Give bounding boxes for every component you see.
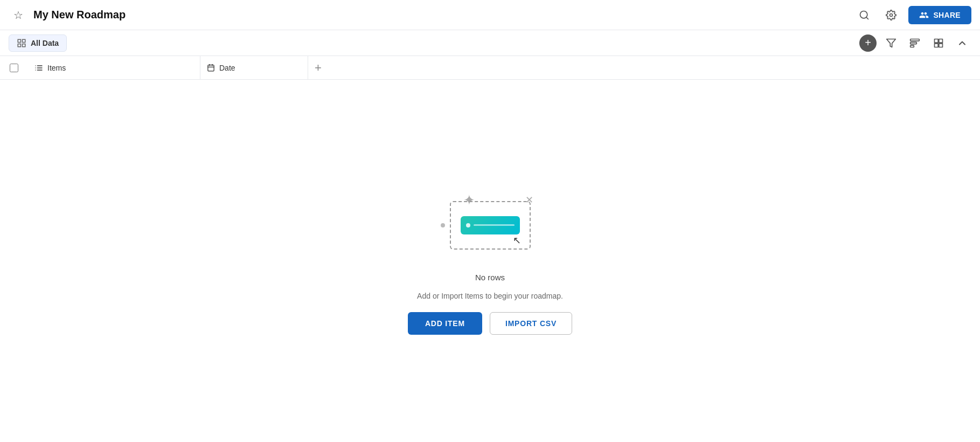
svg-rect-8: [911, 39, 920, 40]
svg-marker-7: [887, 39, 896, 47]
svg-rect-9: [911, 42, 917, 44]
search-button[interactable]: [854, 5, 874, 25]
share-button[interactable]: SHARE: [908, 6, 971, 24]
svg-rect-13: [935, 43, 939, 47]
all-data-tab[interactable]: All Data: [9, 34, 67, 52]
add-column-icon: +: [315, 61, 322, 75]
main-content: ✦ ✕ ↖ No rows Add or Import Items to beg…: [0, 80, 980, 442]
list-icon: [34, 64, 43, 72]
teal-dot: [466, 223, 470, 227]
all-data-label: All Data: [31, 39, 59, 47]
toolbar-right: +: [859, 34, 971, 52]
svg-rect-6: [23, 44, 25, 46]
chevron-up-icon: [957, 38, 968, 49]
svg-rect-10: [911, 45, 914, 47]
select-all-checkbox[interactable]: [10, 64, 18, 72]
share-label: SHARE: [933, 11, 961, 19]
svg-rect-3: [18, 39, 20, 42]
items-column-label: Items: [47, 64, 66, 72]
add-view-button[interactable]: +: [859, 34, 877, 52]
column-headers: Items Date +: [0, 56, 980, 80]
empty-state-illustration: ✦ ✕ ↖: [436, 188, 544, 263]
filter-button[interactable]: [882, 34, 900, 52]
svg-rect-4: [23, 39, 25, 42]
action-buttons: ADD ITEM IMPORT CSV: [408, 312, 572, 335]
empty-state: ✦ ✕ ↖ No rows Add or Import Items to beg…: [408, 188, 572, 335]
gear-icon: [886, 10, 896, 20]
teal-line: [474, 224, 515, 226]
settings-button[interactable]: [881, 5, 901, 25]
svg-line-1: [866, 17, 868, 19]
header-right: SHARE: [854, 5, 971, 25]
no-rows-label: No rows: [475, 273, 505, 282]
view-toggle-icon: [933, 38, 944, 49]
svg-rect-11: [935, 39, 939, 43]
favorite-button[interactable]: ☆: [9, 5, 28, 25]
filter-icon: [886, 38, 896, 49]
dot-left: [441, 223, 445, 227]
svg-rect-5: [18, 44, 20, 46]
grid-icon: [17, 38, 26, 48]
svg-point-2: [890, 13, 893, 16]
items-column-header: Items: [28, 56, 200, 79]
import-csv-button[interactable]: IMPORT CSV: [490, 312, 572, 335]
page-title: My New Roadmap: [33, 9, 126, 21]
svg-rect-21: [208, 65, 214, 71]
header-left: ☆ My New Roadmap: [9, 5, 126, 25]
empty-state-subtitle: Add or Import Items to begin your roadma…: [417, 292, 563, 300]
toolbar-left: All Data: [9, 34, 67, 52]
date-column-label: Date: [219, 64, 235, 72]
toolbar: All Data +: [0, 30, 980, 56]
svg-rect-12: [939, 39, 943, 43]
share-icon: [919, 10, 929, 20]
group-icon: [909, 38, 920, 49]
calendar-icon: [207, 64, 215, 72]
teal-bar: [461, 216, 520, 234]
view-toggle-button[interactable]: [929, 34, 948, 52]
cursor-icon: ↖: [513, 234, 521, 246]
top-header: ☆ My New Roadmap SHARE: [0, 0, 980, 30]
date-column-header: Date: [200, 56, 308, 79]
select-all-checkbox-container[interactable]: [0, 64, 28, 72]
group-button[interactable]: [906, 34, 924, 52]
add-item-button[interactable]: ADD ITEM: [408, 312, 482, 335]
dashed-box: ↖: [450, 201, 531, 250]
search-icon: [859, 10, 870, 20]
add-column-button[interactable]: +: [308, 56, 328, 79]
svg-rect-14: [939, 43, 943, 47]
collapse-button[interactable]: [953, 34, 971, 52]
